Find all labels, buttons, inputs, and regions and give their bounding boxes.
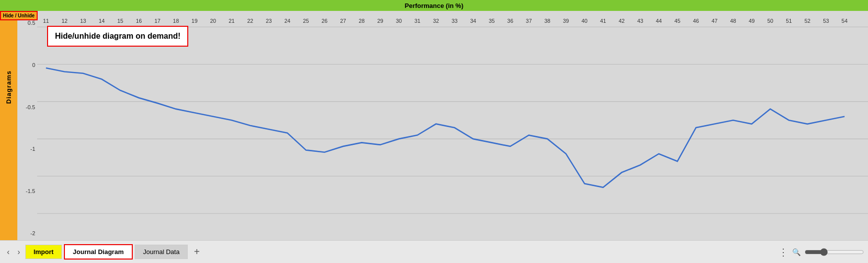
svg-text:35: 35 (488, 17, 494, 24)
svg-text:53: 53 (823, 17, 829, 24)
svg-text:38: 38 (544, 17, 550, 24)
y-label-5: -2 (17, 230, 37, 236)
svg-text:32: 32 (433, 17, 439, 24)
performance-line (46, 68, 845, 188)
diagrams-label: Diagrams (5, 70, 12, 104)
svg-text:27: 27 (340, 17, 346, 24)
svg-text:11: 11 (43, 17, 49, 24)
tab-bar: ‹ › Import Journal Diagram Journal Data … (0, 240, 868, 263)
zoom-slider[interactable] (805, 248, 864, 256)
svg-text:46: 46 (693, 17, 699, 24)
tab-journal-data[interactable]: Journal Data (135, 245, 188, 259)
svg-text:20: 20 (210, 17, 216, 24)
svg-text:30: 30 (396, 17, 402, 24)
y-label-1: 0 (17, 62, 37, 68)
svg-text:40: 40 (582, 17, 588, 24)
svg-text:15: 15 (117, 17, 123, 24)
y-label-0: 0.5 (17, 20, 37, 26)
y-axis: 0.5 0 -0.5 -1 -1.5 -2 (17, 11, 37, 240)
svg-text:44: 44 (656, 17, 662, 24)
y-label-4: -1.5 (17, 188, 37, 194)
add-tab-button[interactable]: + (190, 244, 204, 260)
nav-prev-button[interactable]: ‹ (4, 246, 12, 259)
top-bar: Performance (in %) (0, 0, 868, 11)
svg-text:14: 14 (99, 17, 105, 24)
svg-text:23: 23 (266, 17, 272, 24)
svg-text:50: 50 (767, 17, 773, 24)
svg-text:49: 49 (749, 17, 755, 24)
svg-text:28: 28 (359, 17, 365, 24)
left-sidebar: Hide / Unhide Diagrams (0, 11, 17, 240)
y-label-3: -1 (17, 146, 37, 152)
svg-text:41: 41 (600, 17, 606, 24)
performance-title: Performance (in %) (405, 2, 463, 9)
tooltip-text: Hide/unhide diagram on demand! (55, 32, 180, 40)
svg-text:51: 51 (786, 17, 792, 24)
tab-journal-diagram[interactable]: Journal Diagram (64, 244, 133, 260)
svg-text:33: 33 (451, 17, 457, 24)
tooltip-box: Hide/unhide diagram on demand! (47, 26, 188, 47)
svg-text:18: 18 (173, 17, 179, 24)
svg-text:45: 45 (674, 17, 680, 24)
svg-text:37: 37 (526, 17, 532, 24)
svg-text:19: 19 (192, 17, 198, 24)
svg-text:25: 25 (303, 17, 309, 24)
zoom-icon: 🔍 (792, 248, 801, 256)
svg-text:12: 12 (61, 17, 67, 24)
svg-text:16: 16 (136, 17, 142, 24)
svg-text:48: 48 (730, 17, 736, 24)
more-options-button[interactable]: ⋮ (778, 246, 788, 258)
svg-text:34: 34 (470, 17, 476, 24)
svg-text:47: 47 (711, 17, 717, 24)
svg-text:54: 54 (842, 17, 848, 24)
chart-container: Hide/unhide diagram on demand! 0.5 0 -0.… (17, 11, 868, 240)
svg-text:17: 17 (155, 17, 161, 24)
tab-bar-right: ⋮ 🔍 (778, 246, 864, 258)
svg-text:29: 29 (377, 17, 383, 24)
hide-unhide-button[interactable]: Hide / Unhide (0, 11, 38, 20)
svg-text:22: 22 (247, 17, 253, 24)
svg-text:13: 13 (80, 17, 86, 24)
svg-text:21: 21 (229, 17, 235, 24)
nav-next-button[interactable]: › (14, 246, 23, 259)
svg-text:31: 31 (414, 17, 420, 24)
svg-text:36: 36 (507, 17, 513, 24)
svg-text:26: 26 (322, 17, 327, 24)
import-button[interactable]: Import (25, 245, 62, 259)
svg-text:42: 42 (619, 17, 625, 24)
svg-text:43: 43 (637, 17, 643, 24)
svg-text:24: 24 (284, 17, 290, 24)
y-label-2: -0.5 (17, 104, 37, 110)
svg-text:52: 52 (805, 17, 811, 24)
main-area: Hide / Unhide Diagrams Hide/unhide diagr… (0, 11, 868, 240)
svg-text:39: 39 (563, 17, 569, 24)
